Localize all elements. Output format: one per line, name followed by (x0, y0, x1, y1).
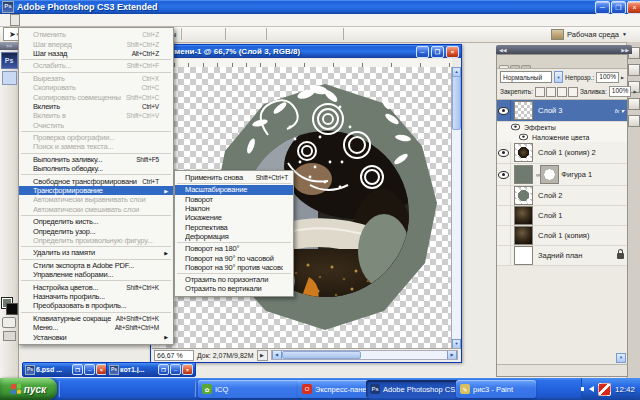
tool-button[interactable] (2, 71, 17, 85)
scrollbar-thumb[interactable] (282, 351, 362, 359)
menu-item[interactable]: Скопировать Ctrl+C (19, 83, 173, 92)
horizontal-scrollbar[interactable]: ◀ ▶ (271, 350, 458, 360)
panel-tab[interactable] (521, 65, 531, 68)
tool-button[interactable] (2, 141, 17, 155)
doc-restore-button[interactable]: ❐ (158, 364, 169, 375)
quick-launch-icon[interactable] (101, 383, 112, 394)
taskbar-window-button[interactable]: ✿ ICQ (198, 380, 302, 398)
layer-effects-badge[interactable]: fx ▾ (615, 107, 624, 114)
menu-item[interactable]: Меню... Alt+Shift+Ctrl+M (19, 323, 173, 332)
menu-item[interactable]: Стили экспорта в Adobe PDF... (19, 261, 173, 270)
collapse-left-icon[interactable]: ◀◀ (499, 47, 507, 53)
background-color-swatch[interactable] (6, 303, 18, 315)
tool-button[interactable] (2, 169, 17, 183)
quick-launch-icon[interactable] (127, 383, 138, 394)
menubar-item[interactable] (30, 14, 40, 26)
collapsed-panel-icon[interactable] (628, 115, 640, 127)
collapse-right-icon[interactable]: ▶▶ (621, 47, 629, 53)
menubar-item[interactable] (20, 14, 30, 26)
submenu-item[interactable]: Искажение (175, 213, 293, 222)
menu-item[interactable]: Выполнить заливку... Shift+F5 (19, 155, 173, 164)
doc-close-button[interactable]: × (446, 46, 459, 58)
menu-item[interactable]: Назначить профиль... (19, 292, 173, 301)
align-icon[interactable] (346, 28, 358, 40)
menu-item[interactable]: Поиск и замена текста... (19, 142, 173, 151)
layer-row[interactable]: Слой 2 (497, 186, 627, 206)
scroll-right-icon[interactable]: ▶ (447, 351, 457, 359)
menu-item[interactable]: Скопировать совмещенные данные Shift+Ctr… (19, 92, 173, 101)
menubar-item[interactable] (80, 14, 90, 26)
menu-item[interactable]: Трансформирование ▶ (19, 186, 173, 195)
collapsed-panel-icon[interactable] (628, 64, 640, 76)
taskbar-window-button[interactable]: O Экспресс-панель - О... (298, 380, 370, 398)
menu-item[interactable]: Автоматически выравнивать слои (19, 195, 173, 204)
tool-button[interactable] (2, 127, 17, 141)
menubar-item[interactable] (0, 14, 10, 26)
menu-item[interactable]: Автоматически смешивать слои (19, 205, 173, 214)
submenu-item[interactable]: Поворот на 90° по часовой (175, 253, 293, 262)
start-button[interactable]: пуск (0, 378, 57, 400)
align-icon[interactable] (329, 28, 341, 40)
vertical-scrollbar[interactable]: ▲ ▼ (451, 67, 460, 349)
menu-item[interactable]: Настройка цветов... Shift+Ctrl+K (19, 282, 173, 291)
screen-mode-button[interactable] (3, 331, 16, 341)
visibility-toggle[interactable] (497, 142, 511, 163)
visibility-toggle[interactable] (509, 122, 522, 132)
status-options-button[interactable]: ▶ (257, 350, 268, 361)
panel-tab[interactable] (510, 65, 520, 68)
fill-spinner-icon[interactable]: ▶ (633, 89, 636, 94)
align-icon[interactable] (252, 28, 264, 40)
menu-item[interactable]: Преобразовать в профиль... (19, 301, 173, 310)
align-icon[interactable] (305, 28, 317, 40)
menu-item[interactable]: Удалить из памяти ▶ (19, 248, 173, 257)
blend-mode-select[interactable]: Нормальный (500, 71, 552, 83)
menu-item[interactable]: Шаг назад Alt+Ctrl+Z (19, 49, 173, 58)
minimized-document-2[interactable]: Ps кот1.j... ❐ ─ × (106, 362, 196, 377)
menubar-item[interactable] (60, 14, 70, 26)
opacity-spinner-icon[interactable]: ▶ (621, 75, 624, 80)
align-icon[interactable] (293, 28, 305, 40)
tool-button[interactable] (2, 155, 17, 169)
panel-tab[interactable] (499, 65, 509, 68)
tool-button[interactable] (2, 183, 17, 197)
minimized-document-1[interactable]: Ps 6.psd ... ❐ ─ × (22, 362, 110, 377)
menu-item[interactable]: Определить кисть... (19, 217, 173, 226)
workspace-switcher[interactable]: Рабочая среда ▼ (551, 29, 640, 40)
visibility-toggle[interactable] (497, 226, 511, 245)
submenu-item[interactable]: Перспектива (175, 222, 293, 231)
minimize-button[interactable]: ─ (595, 1, 610, 14)
antivirus-tray-icon[interactable] (598, 383, 611, 396)
menu-item[interactable]: Очистить (19, 121, 173, 130)
align-icon[interactable] (240, 28, 252, 40)
close-button[interactable]: × (627, 1, 640, 14)
doc-minimize-button[interactable]: ─ (416, 46, 429, 58)
zoom-level-field[interactable]: 66,67 % (154, 350, 194, 361)
quick-launch-icon[interactable] (140, 383, 151, 394)
restore-button[interactable]: ❐ (611, 1, 626, 14)
tool-button[interactable] (2, 197, 17, 211)
submenu-item[interactable]: Поворот на 180° (175, 244, 293, 253)
scrollbar-thumb[interactable] (452, 76, 461, 130)
lock-option-icon[interactable] (535, 87, 545, 97)
align-icon[interactable] (199, 28, 211, 40)
menu-item[interactable]: Отменить Ctrl+Z (19, 30, 173, 39)
menu-item[interactable]: Вырезать Ctrl+X (19, 74, 173, 83)
menu-item[interactable]: Свободное трансформирование Ctrl+T (19, 176, 173, 185)
layer-row[interactable]: Слой 1 (копия) (497, 226, 627, 246)
submenu-item[interactable]: Поворот на 90° против часовой (175, 263, 293, 272)
lock-option-icon[interactable] (546, 87, 556, 97)
menu-item[interactable]: Проверка орфографии... (19, 133, 173, 142)
visibility-toggle[interactable] (497, 186, 511, 205)
doc-maximize-button[interactable]: ─ (84, 364, 95, 375)
align-icon[interactable] (269, 28, 281, 40)
volume-icon[interactable] (589, 386, 594, 392)
menu-item[interactable]: Установки ▶ (19, 332, 173, 341)
submenu-item[interactable]: Отразить по горизонтали (175, 275, 293, 284)
menu-item[interactable]: Клавиатурные сокращения... Alt+Shift+Ctr… (19, 314, 173, 323)
visibility-toggle[interactable] (497, 100, 511, 121)
menubar-item[interactable] (40, 14, 50, 26)
quick-mask-button[interactable] (2, 317, 16, 328)
doc-restore-button[interactable]: ❐ (72, 364, 83, 375)
menubar-item[interactable] (90, 14, 100, 26)
taskbar-window-button[interactable]: Ps Adobe Photoshop CS... (366, 380, 460, 398)
